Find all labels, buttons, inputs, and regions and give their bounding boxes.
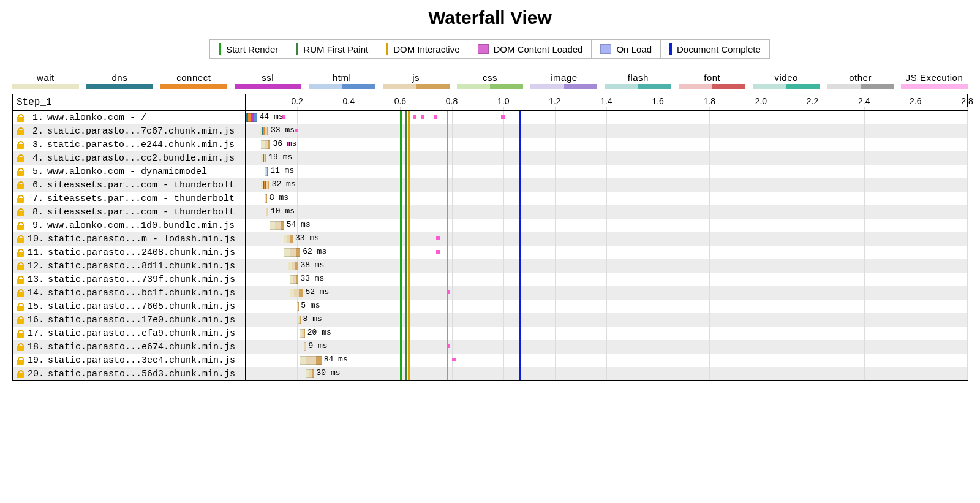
type-legend-label: JS Execution — [901, 72, 968, 84]
legend-label: Start Render — [226, 44, 278, 55]
timing-label: 19 ms — [268, 153, 292, 162]
timing-bar[interactable] — [261, 181, 269, 188]
waterfall-row[interactable]: 2.static.parasto...7c67.chunk.min.js33 m… — [13, 124, 967, 138]
row-label-cell: 5.www.alonko.com - dynamicmodel — [13, 165, 246, 178]
row-number: 9. — [28, 221, 43, 231]
timing-bar[interactable] — [298, 316, 300, 323]
gridline — [967, 111, 968, 380]
row-number: 20. — [28, 369, 44, 379]
timing-bar[interactable] — [261, 154, 266, 161]
waterfall-row[interactable]: 19.static.parasto...3ec4.chunk.min.js84 … — [13, 354, 967, 367]
js-execution-marker — [436, 236, 440, 240]
waterfall-row[interactable]: 15.static.parasto...7605.chunk.min.js5 m… — [13, 300, 967, 313]
axis-tick: 1.0 — [497, 96, 509, 106]
legend-swatch — [669, 43, 672, 55]
waterfall-row[interactable]: 20.static.parasto...56d3.chunk.min.js30 … — [13, 367, 967, 380]
row-timeline-cell: 84 ms — [246, 354, 967, 367]
type-legend-item: connect — [160, 72, 227, 89]
row-number: 11. — [28, 248, 44, 258]
axis-tick: 1.6 — [652, 96, 663, 106]
waterfall-row[interactable]: 17.static.parasto...efa9.chunk.min.js20 … — [13, 327, 967, 340]
type-legend-label: js — [383, 72, 450, 84]
type-legend-item: ssl — [235, 72, 301, 89]
row-resource-label: static.parasto...e674.chunk.min.js — [48, 342, 235, 352]
waterfall-row[interactable]: 6.siteassets.par...com - thunderbolt32 m… — [13, 178, 967, 192]
timing-segment-js_d — [266, 194, 267, 203]
type-legend: waitdnsconnectsslhtmljscssimageflashfont… — [12, 72, 968, 89]
timing-bar[interactable] — [246, 113, 257, 121]
timing-bar[interactable] — [260, 127, 268, 134]
row-label-cell: 13.static.parasto...739f.chunk.min.js — [13, 273, 246, 286]
row-timeline-cell: 20 ms — [246, 327, 967, 340]
row-label-cell: 16.static.parasto...17e0.chunk.min.js — [13, 313, 246, 327]
timing-bar[interactable] — [288, 262, 298, 269]
timing-bar[interactable] — [284, 235, 293, 242]
timing-bar[interactable] — [300, 329, 304, 336]
axis-tick: 2.4 — [858, 96, 870, 106]
row-timeline-cell: 5 ms — [246, 300, 967, 313]
timing-bar[interactable] — [261, 140, 270, 148]
timing-bar[interactable] — [290, 289, 303, 296]
axis-tick: 1.4 — [600, 96, 612, 106]
waterfall-row[interactable]: 5.www.alonko.com - dynamicmodel11 ms — [13, 165, 967, 178]
waterfall-row[interactable]: 10.static.parasto...m - lodash.min.js33 … — [13, 232, 967, 246]
timing-label: 33 ms — [300, 274, 324, 283]
waterfall-row[interactable]: 18.static.parasto...e674.chunk.min.js9 m… — [13, 340, 967, 354]
row-resource-label: static.parasto...8d11.chunk.min.js — [48, 261, 235, 271]
waterfall-row[interactable]: 12.static.parasto...8d11.chunk.min.js38 … — [13, 259, 967, 273]
timing-label: 84 ms — [324, 355, 348, 364]
timing-bar[interactable] — [265, 167, 268, 175]
timing-segment-js_d — [306, 342, 306, 351]
lock-icon — [17, 343, 24, 350]
waterfall-row[interactable]: 9.www.alonko.com...1d0.bundle.min.js54 m… — [13, 219, 967, 232]
type-legend-label: html — [309, 72, 375, 84]
timing-label: 20 ms — [307, 328, 331, 337]
waterfall-row[interactable]: 14.static.parasto...bc1f.chunk.min.js52 … — [13, 286, 967, 300]
row-label-cell: 11.static.parasto...2408.chunk.min.js — [13, 246, 246, 259]
waterfall-row[interactable]: 4.static.parasto...cc2.bundle.min.js19 m… — [13, 151, 967, 165]
row-label-cell: 12.static.parasto...8d11.chunk.min.js — [13, 259, 246, 273]
type-legend-item: dns — [86, 72, 153, 89]
waterfall-row[interactable]: 1.www.alonko.com - /44 ms — [13, 111, 967, 124]
lock-icon — [17, 303, 24, 310]
lock-icon — [17, 114, 24, 121]
legend-swatch — [219, 43, 221, 55]
timing-segment-js_d — [290, 235, 293, 243]
waterfall-row[interactable]: 16.static.parasto...17e0.chunk.min.js8 m… — [13, 313, 967, 327]
row-resource-label: static.parasto...bc1f.chunk.min.js — [48, 288, 235, 298]
timing-label: 36 ms — [273, 139, 296, 148]
page-title: Waterfall View — [12, 7, 968, 28]
row-label-cell: 6.siteassets.par...com - thunderbolt — [13, 178, 246, 192]
row-number: 17. — [28, 328, 44, 339]
timing-bar[interactable] — [290, 275, 298, 282]
timing-bar[interactable] — [300, 356, 321, 363]
timing-bar[interactable] — [284, 248, 300, 255]
row-number: 12. — [28, 261, 44, 271]
type-legend-item: video — [753, 72, 820, 89]
timing-segment-js_l — [306, 356, 316, 365]
row-resource-label: static.parasto...efa9.chunk.min.js — [48, 328, 235, 339]
js-execution-marker — [434, 115, 437, 119]
lock-icon — [17, 181, 24, 189]
timing-bar[interactable] — [265, 194, 267, 202]
timing-bar[interactable] — [266, 208, 268, 215]
waterfall-row[interactable]: 7.siteassets.par...com - thunderbolt8 ms — [13, 192, 967, 205]
timing-segment-js_d — [268, 181, 270, 189]
timing-bar[interactable] — [304, 342, 306, 350]
row-number: 15. — [28, 301, 44, 312]
waterfall-row[interactable]: 13.static.parasto...739f.chunk.min.js33 … — [13, 273, 967, 286]
waterfall-row[interactable]: 11.static.parasto...2408.chunk.min.js62 … — [13, 246, 967, 259]
timing-bar[interactable] — [270, 221, 284, 229]
waterfall-row[interactable]: 8.siteassets.par...com - thunderbolt10 m… — [13, 205, 967, 219]
type-legend-swatch — [530, 84, 597, 89]
lock-icon — [17, 316, 24, 323]
waterfall-row[interactable]: 3.static.parasto...e244.chunk.min.js36 m… — [13, 138, 967, 151]
legend-label: Document Complete — [677, 44, 761, 55]
row-timeline-cell: 36 ms — [246, 138, 967, 151]
lock-icon — [17, 154, 24, 162]
timing-bar[interactable] — [297, 302, 298, 309]
legend-swatch — [600, 44, 611, 54]
timing-bar[interactable] — [306, 369, 314, 377]
lock-icon — [17, 289, 24, 297]
row-timeline-cell: 33 ms — [246, 124, 967, 138]
